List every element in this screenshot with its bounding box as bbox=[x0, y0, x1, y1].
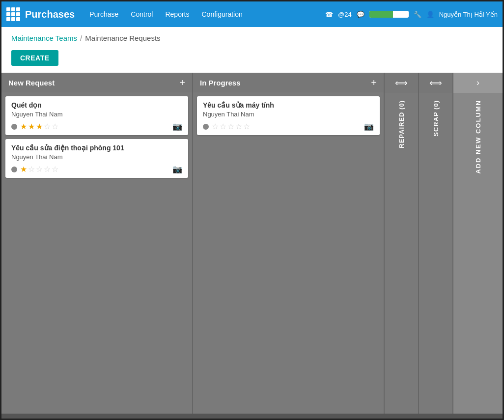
card-title-quet-don: Quét dọn bbox=[11, 101, 182, 109]
settings-icon[interactable]: 🔧 bbox=[414, 11, 421, 18]
progress-bar bbox=[369, 11, 409, 18]
card-quet-don[interactable]: Quét dọn Nguyen Thai Nam ★ ★ ★ ☆ ☆ 📷 bbox=[5, 96, 188, 135]
card-yeucau-dienthoai[interactable]: Yêu cầu sửa điện thoại phòng 101 Nguyen … bbox=[5, 139, 188, 178]
menu-purchase[interactable]: Purchase bbox=[84, 7, 123, 21]
card-yeucau-maytinh[interactable]: Yêu cầu sửa máy tính Nguyen Thai Nam ☆ ☆… bbox=[197, 96, 380, 135]
add-card-new-request[interactable]: + bbox=[179, 78, 185, 87]
card-stars-dienthoai: ★ ☆ ☆ ☆ ☆ bbox=[20, 165, 58, 174]
topnav-menu: Purchase Control Reports Configuration bbox=[84, 7, 320, 21]
scrap-col-label: SCRAP (0) bbox=[432, 100, 440, 137]
breadcrumb-area: Maintenance Teams / Maintenance Requests bbox=[1, 27, 503, 47]
card-footer-dienthoai: ★ ☆ ☆ ☆ ☆ 📷 bbox=[11, 165, 182, 174]
add-col-arrow-icon[interactable]: › bbox=[476, 78, 479, 88]
menu-configuration[interactable]: Configuration bbox=[197, 7, 248, 21]
add-card-in-progress[interactable]: + bbox=[371, 78, 377, 87]
card-camera-icon[interactable]: 📷 bbox=[172, 122, 182, 131]
column-header-new-request: New Request + bbox=[1, 73, 192, 92]
card-footer-quet-don: ★ ★ ★ ☆ ☆ 📷 bbox=[11, 122, 182, 131]
progress-fill bbox=[369, 11, 393, 18]
column-in-progress: In Progress + Yêu cầu sửa máy tính Nguye… bbox=[193, 73, 385, 414]
scrap-arrow-icon[interactable]: ⟺ bbox=[429, 78, 442, 88]
topnav-right: ☎ @24 💬 🔧 👤 Nguyễn Thị Hải Yến bbox=[325, 11, 498, 18]
card-assignee-maytinh: Nguyen Thai Nam bbox=[203, 111, 374, 118]
add-new-column[interactable]: › ADD NEW COLUMN bbox=[453, 73, 503, 414]
card-stars-quet-don: ★ ★ ★ ☆ ☆ bbox=[20, 122, 58, 131]
brand-name[interactable]: Purchases bbox=[25, 9, 75, 20]
column-new-request: New Request + Quét dọn Nguyen Thai Nam ★… bbox=[1, 73, 193, 414]
card-title-dienthoai: Yêu cầu sửa điện thoại phòng 101 bbox=[11, 144, 182, 152]
kanban-board: New Request + Quét dọn Nguyen Thai Nam ★… bbox=[1, 73, 503, 414]
card-status-dot bbox=[11, 167, 17, 172]
column-title-in-progress: In Progress bbox=[200, 79, 241, 87]
column-repaired: ⟺ REPAIRED (0) bbox=[385, 73, 419, 414]
card-status-dot bbox=[203, 124, 209, 130]
phone-icon[interactable]: ☎ bbox=[325, 11, 333, 18]
card-assignee-dienthoai: Nguyen Thai Nam bbox=[11, 153, 182, 161]
card-footer-maytinh: ☆ ☆ ☆ ☆ ☆ 📷 bbox=[203, 122, 374, 131]
repaired-col-header: ⟺ bbox=[385, 73, 418, 93]
column-header-in-progress: In Progress + bbox=[193, 73, 384, 92]
card-title-maytinh: Yêu cầu sửa máy tính bbox=[203, 101, 374, 109]
toolbar: CREATE bbox=[1, 47, 503, 73]
topnav: Purchases Purchase Control Reports Confi… bbox=[1, 1, 503, 27]
chat-icon[interactable]: 💬 bbox=[357, 11, 364, 18]
column-title-new-request: New Request bbox=[8, 79, 55, 87]
cards-in-progress: Yêu cầu sửa máy tính Nguyen Thai Nam ☆ ☆… bbox=[193, 92, 384, 139]
add-col-label[interactable]: ADD NEW COLUMN bbox=[475, 100, 482, 174]
notification-count[interactable]: @24 bbox=[338, 11, 352, 18]
menu-reports[interactable]: Reports bbox=[160, 7, 194, 21]
create-button[interactable]: CREATE bbox=[11, 50, 58, 66]
card-stars-maytinh: ☆ ☆ ☆ ☆ ☆ bbox=[212, 122, 250, 131]
repaired-arrow-icon[interactable]: ⟺ bbox=[395, 78, 408, 88]
card-camera-icon[interactable]: 📷 bbox=[364, 122, 374, 131]
breadcrumb: Maintenance Teams / Maintenance Requests bbox=[11, 34, 493, 42]
scrap-col-header: ⟺ bbox=[419, 73, 452, 93]
breadcrumb-parent[interactable]: Maintenance Teams bbox=[11, 34, 77, 42]
card-camera-icon[interactable]: 📷 bbox=[172, 165, 182, 174]
column-scrap: ⟺ SCRAP (0) bbox=[419, 73, 453, 414]
repaired-col-label: REPAIRED (0) bbox=[398, 100, 405, 148]
breadcrumb-separator: / bbox=[80, 34, 82, 42]
user-name[interactable]: Nguyễn Thị Hải Yến bbox=[439, 11, 498, 18]
apps-icon[interactable] bbox=[6, 7, 20, 21]
menu-control[interactable]: Control bbox=[126, 7, 158, 21]
add-col-header: › bbox=[453, 73, 503, 93]
user-icon[interactable]: 👤 bbox=[426, 11, 434, 18]
card-assignee-quet-don: Nguyen Thai Nam bbox=[11, 111, 182, 118]
cards-new-request: Quét dọn Nguyen Thai Nam ★ ★ ★ ☆ ☆ 📷 bbox=[1, 92, 192, 182]
card-status-dot bbox=[11, 124, 17, 130]
breadcrumb-current: Maintenance Requests bbox=[85, 34, 160, 42]
